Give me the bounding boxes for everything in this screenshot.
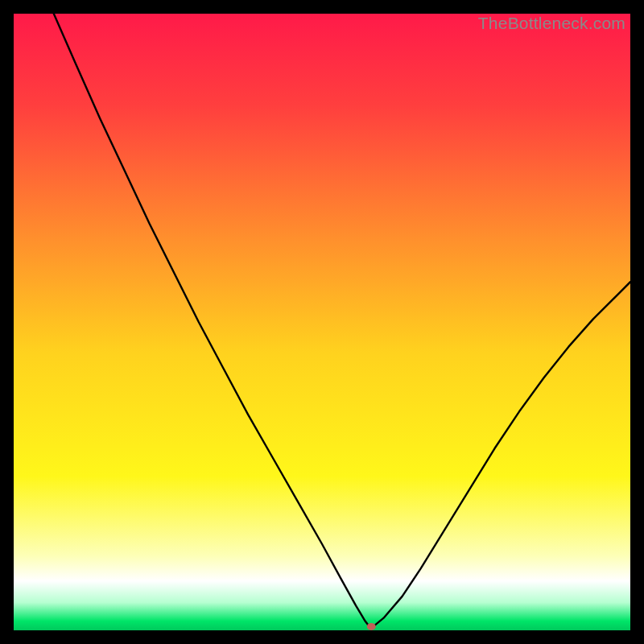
chart-frame: TheBottleneck.com [14, 14, 630, 630]
chart-background [14, 14, 630, 630]
bottleneck-chart [14, 14, 630, 630]
circle-marker [367, 623, 376, 630]
watermark-label: TheBottleneck.com [478, 14, 625, 33]
